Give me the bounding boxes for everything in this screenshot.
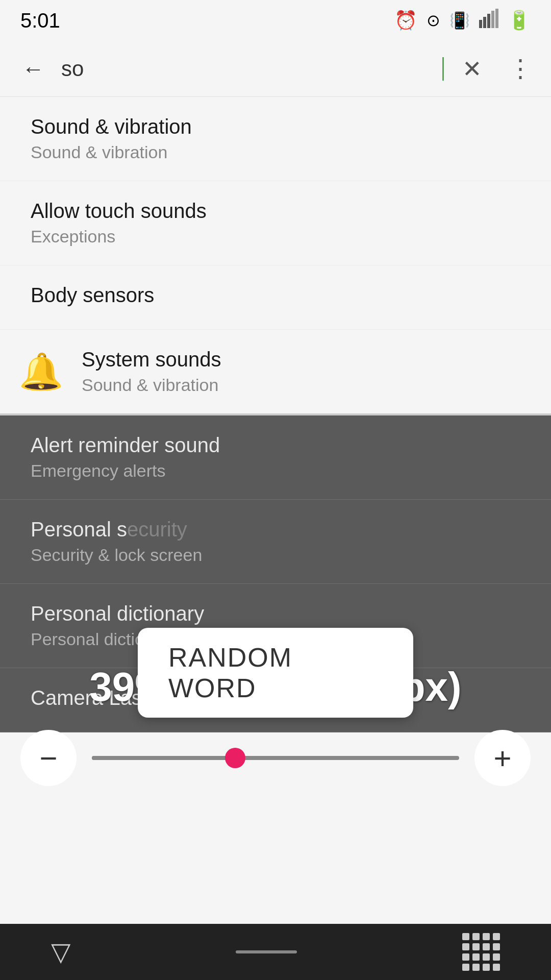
alarm-icon: ⏰: [394, 10, 417, 31]
clear-button[interactable]: ✕: [454, 51, 490, 87]
zoom-plus-icon: +: [493, 741, 511, 776]
list-item[interactable]: Personal security Security & lock screen: [0, 500, 551, 584]
result-subtitle: Sound & vibration: [31, 142, 520, 162]
nav-dot: [493, 953, 500, 961]
battery-icon: 🔋: [508, 10, 531, 31]
svg-rect-2: [487, 14, 490, 28]
status-icons: ⏰ ⊙ 📳 🔋: [394, 9, 531, 32]
result-subtitle: Exceptions: [31, 227, 520, 247]
nav-dot: [462, 933, 469, 940]
nav-dot: [483, 933, 490, 940]
result-title: Sound & vibration: [31, 115, 520, 138]
list-item[interactable]: Allow touch sounds Exceptions: [0, 181, 551, 265]
list-item[interactable]: Body sensors: [0, 265, 551, 330]
result-subtitle: Emergency alerts: [31, 461, 520, 481]
nav-dot: [483, 964, 490, 971]
nav-dot: [462, 943, 469, 950]
result-subtitle: Security & lock screen: [31, 545, 520, 565]
nav-home-indicator: [236, 950, 297, 953]
result-title: Body sensors: [31, 284, 520, 307]
zoom-slider-fill: [92, 756, 235, 760]
search-input[interactable]: so: [61, 57, 441, 81]
list-item[interactable]: Sound & vibration Sound & vibration: [0, 97, 551, 181]
status-time: 5:01: [20, 9, 60, 32]
zoom-plus-button[interactable]: +: [474, 730, 531, 786]
result-title: Personal security: [31, 518, 520, 541]
search-bar: ← so ✕ ⋮: [0, 41, 551, 97]
zoom-minus-button[interactable]: −: [20, 730, 77, 786]
list-item[interactable]: Alert reminder sound Emergency alerts: [0, 415, 551, 500]
more-options-button[interactable]: ⋮: [505, 51, 536, 87]
nav-dot: [493, 943, 500, 950]
vibrate-icon: 📳: [449, 11, 470, 30]
zoom-controls: − +: [0, 730, 551, 786]
nav-apps-button[interactable]: [462, 933, 500, 971]
hotspot-icon: ⊙: [427, 11, 440, 30]
svg-rect-4: [495, 9, 498, 28]
nav-dot: [493, 933, 500, 940]
zoom-slider-thumb[interactable]: [225, 748, 245, 768]
nav-dot: [472, 953, 480, 961]
result-subtitle: Sound & vibration: [82, 375, 520, 395]
bell-icon-wrap: 🔔: [20, 351, 61, 392]
cursor-blink: [442, 57, 444, 81]
zoom-minus-icon: −: [39, 741, 57, 776]
random-word-text: RANDOM WORD: [168, 643, 292, 703]
nav-dot: [472, 964, 480, 971]
nav-dot: [483, 953, 490, 961]
svg-rect-1: [483, 17, 486, 28]
svg-rect-3: [491, 11, 494, 28]
nav-dot: [472, 943, 480, 950]
zoom-slider-track[interactable]: [92, 756, 459, 760]
nav-dot: [462, 953, 469, 961]
random-word-tooltip: RANDOM WORD: [138, 628, 413, 718]
svg-rect-0: [479, 20, 482, 28]
result-title: Allow touch sounds: [31, 200, 520, 223]
nav-dot: [472, 933, 480, 940]
nav-dot: [462, 964, 469, 971]
result-title: Personal dictionary: [31, 602, 520, 625]
bell-icon: 🔔: [19, 351, 63, 393]
clear-icon: ✕: [462, 55, 482, 83]
nav-dot: [493, 964, 500, 971]
nav-dot: [483, 943, 490, 950]
more-options-icon: ⋮: [508, 57, 533, 81]
result-title: Alert reminder sound: [31, 434, 520, 457]
back-arrow-icon: ←: [22, 56, 44, 82]
result-title: System sounds: [82, 348, 520, 371]
navigation-bar: ▽: [0, 924, 551, 980]
search-input-wrap: so: [61, 57, 444, 81]
nav-back-button[interactable]: ▽: [51, 937, 70, 967]
list-item[interactable]: 🔔 System sounds Sound & vibration: [0, 330, 551, 413]
back-button[interactable]: ←: [15, 51, 51, 87]
search-results-light: Sound & vibration Sound & vibration Allo…: [0, 97, 551, 413]
signal-icon: [479, 9, 498, 32]
result-text-block: System sounds Sound & vibration: [82, 348, 520, 395]
status-bar: 5:01 ⏰ ⊙ 📳 🔋: [0, 0, 551, 41]
